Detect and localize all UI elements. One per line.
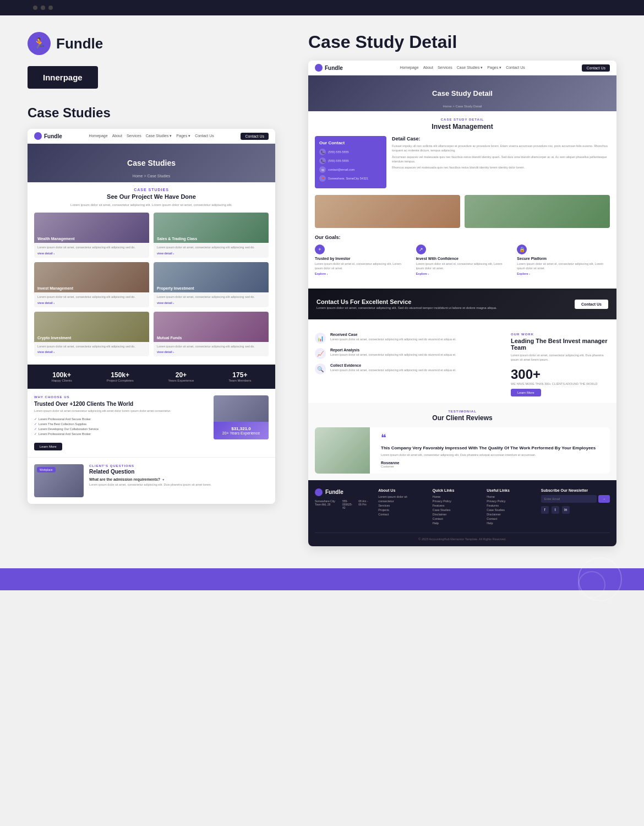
nav-services[interactable]: Services [127,134,141,138]
card-invest-img: Invest Management [34,262,149,292]
detail-nav-case-studies[interactable]: Case Studies ▾ [457,66,483,70]
detail-nav-homepage[interactable]: Homepage [400,66,418,70]
stat-years-value: 20+ [168,371,194,379]
footer-phone: 555-000625-42 [342,499,354,509]
testimonial-heading: Our Client Reviews [315,414,610,422]
innerpage-button[interactable]: Innerpage [28,66,98,89]
stat-happy-clients: 100k+ Happy Clients [51,371,72,382]
leading-received-text: Received Case Lorem ipsum dolor sit amet… [330,333,456,342]
footer-linkedin-icon[interactable]: in [562,506,570,514]
footer-quick-item-3[interactable]: Features [433,504,479,507]
detail-nav-about[interactable]: About [423,66,433,70]
detail-para-1: Fuisset impsky ull non sollicita elit ul… [392,144,610,153]
mini-nav-cta[interactable]: Contact Us [241,133,269,140]
mini-hero: Case Studies Home > Case Studies [28,144,275,182]
why-learn-more-button[interactable]: Learn More [34,443,62,450]
goal-trusted: + Trusted by Investor Lorem ipsum dolor … [315,244,408,275]
goal-trusted-link[interactable]: Explore › [315,272,408,275]
brand-logo: 🏃 Fundle [28,32,292,55]
related-faq-question[interactable]: What are the admission requirements? [89,477,269,481]
card-mutual-overlay: Mutual Funds [154,312,269,342]
case-studies-mini-site: Fundle Homepage About Services Case Stud… [28,129,275,504]
mini-nav-logo-icon [34,132,42,140]
footer-logo-name: Fundle [325,489,343,495]
footer-quick-item-5[interactable]: Disclaimer [433,513,479,516]
detail-nav-contact[interactable]: Contact Us [506,66,525,70]
footer-useful-item-6[interactable]: Contact [487,517,533,520]
leading-learn-button[interactable]: Learn More [511,389,541,396]
card-wealth: Wealth Management Lorem ipsum dolor sit … [34,213,149,258]
dot-3 [48,6,53,10]
detail-banner-desc: Lorem ipsum dolor sit amet, consectetur … [316,306,497,309]
card-invest-title: Invest Management [37,286,73,290]
mini-nav-logo: Fundle [34,132,62,140]
footer-about-item-3[interactable]: Services [378,504,424,507]
right-panel-title: Case Study Detail [308,32,616,52]
card-property-link[interactable]: view detail › [157,301,265,305]
why-choose-section: WHY CHOOSE US Trusted Over +1200 Clients… [28,389,275,457]
detail-contact-phone-1: (555) 555-5555 [328,150,349,154]
goal-secure: 🔒 Secure Platform Lorem ipsum dolor sit … [517,244,610,275]
footer-newsletter: Subscribe Our Newsletter → f t in [541,488,610,526]
footer-address: Somewhere City Town Md, 28 555-000625-42… [315,499,370,509]
why-amount: $31,321.0 20+ Years Experience [221,425,261,437]
footer-useful-item-5[interactable]: Disclaimer [487,513,533,516]
stat-years: 20+ Years Experience [168,371,194,382]
footer-newsletter-input[interactable] [541,495,597,503]
goal-confidence-link[interactable]: Explore › [416,272,509,275]
card-invest-link[interactable]: view detail › [37,301,146,305]
footer-quick-item-6[interactable]: Contact [433,517,479,520]
nav-about[interactable]: About [112,134,122,138]
card-invest-desc: Lorem ipsum dolor sit amet, consectetur … [37,295,146,300]
footer-useful-item-4[interactable]: Case Studies [487,508,533,512]
card-sales-body: Lorem ipsum dolor sit amet, consectetur … [154,243,269,258]
footer-newsletter-submit[interactable]: → [598,495,610,503]
card-crypto-link[interactable]: view detail › [37,350,146,354]
detail-content: CASE STUDY DETAIL Invest Management Our … [308,111,616,289]
footer-useful-item-1[interactable]: Home [487,495,533,498]
card-wealth-link[interactable]: view detail › [37,252,146,255]
why-choose-image: $31,321.0 20+ Years Experience [214,395,269,439]
card-wealth-body: Lorem ipsum dolor sit amet, consectetur … [34,243,149,258]
footer-about-item-5[interactable]: Contact [378,513,424,516]
stat-happy-clients-label: Happy Clients [51,379,72,382]
detail-mini-nav-cta[interactable]: Contact Us [582,64,610,72]
card-sales-link[interactable]: view detail › [157,252,265,255]
goal-secure-link[interactable]: Explore › [517,272,610,275]
footer-col-about: About Us Lorem ipsum dolor sit consectet… [378,488,424,526]
leading-received-desc: Lorem ipsum dolor sit amet, consectetur … [330,338,456,342]
goal-confidence: ↗ Invest With Confidence Lorem ipsum dol… [416,244,509,275]
nav-contact[interactable]: Contact Us [195,134,214,138]
detail-contact-phone-icon-1: 📞 [319,149,326,155]
card-mutual-link[interactable]: view detail › [157,350,265,354]
nav-case-studies[interactable]: Case Studies ▾ [146,134,172,138]
footer-about-item-4[interactable]: Projects [378,508,424,512]
case-study-detail-mini-site: Fundle Homepage About Services Case Stud… [308,61,616,546]
footer-quick-item-7[interactable]: Help [433,521,479,525]
nav-pages[interactable]: Pages ▾ [176,134,190,138]
goal-trusted-name: Trusted by Investor [315,257,408,260]
card-property-body: Lorem ipsum dolor sit amet, consectetur … [154,292,269,307]
why-choose-list: Lorem Professional And Secure Broker Lor… [34,417,208,436]
detail-nav-pages[interactable]: Pages ▾ [487,66,501,70]
detail-banner-button[interactable]: Contact Us [575,300,608,309]
detail-nav-services[interactable]: Services [438,66,452,70]
footer-quick-item-4[interactable]: Case Studies [433,508,479,512]
footer-useful-item-7[interactable]: Help [487,521,533,525]
footer-useful-item-3[interactable]: Features [487,504,533,507]
detail-mini-nav-brand: Fundle [325,65,343,71]
footer-useful-item-2[interactable]: Privacy Policy [487,499,533,503]
card-wealth-overlay: Wealth Management [34,213,149,243]
footer-quick-item-2[interactable]: Privacy Policy [433,499,479,503]
main-wrapper: 🏃 Fundle Innerpage Case Studies Fundle H… [0,15,644,568]
nav-homepage[interactable]: Homepage [89,134,107,138]
detail-contact-location-icon: 📍 [319,175,326,182]
decorative-circle-2 [578,571,605,599]
footer-twitter-icon[interactable]: t [552,506,559,514]
footer-logo-icon [315,488,323,496]
footer-quick-item-1[interactable]: Home [433,495,479,498]
footer-facebook-icon[interactable]: f [541,506,549,514]
footer-newsletter-input-row: → [541,495,610,503]
goal-secure-desc: Lorem ipsum dolor sit amet el, consectet… [517,262,610,270]
why-choose-desc: Lorem ipsum dolor sit amet consectetur a… [34,409,208,414]
